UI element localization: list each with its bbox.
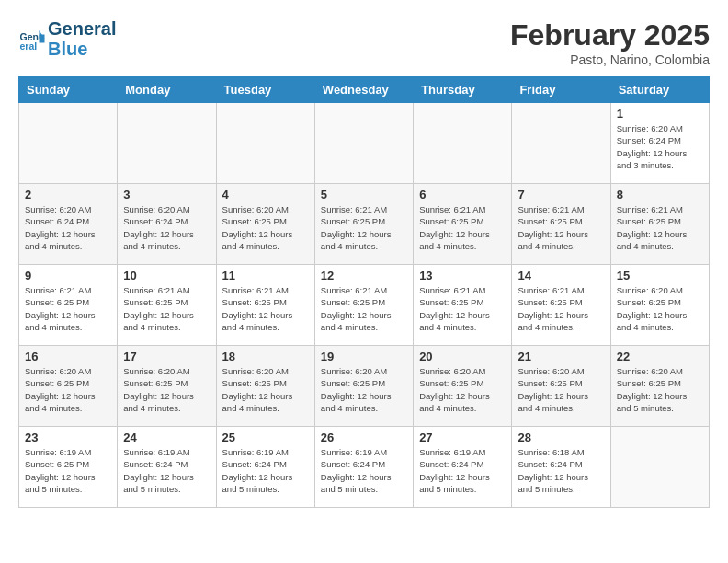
day-info: Sunrise: 6:20 AM Sunset: 6:25 PM Dayligh… bbox=[617, 284, 703, 333]
day-number: 17 bbox=[123, 350, 210, 363]
day-info: Sunrise: 6:19 AM Sunset: 6:25 PM Dayligh… bbox=[25, 446, 111, 495]
logo-line2: Blue bbox=[48, 39, 116, 59]
day-number: 27 bbox=[419, 431, 506, 444]
weekday-header-thursday: Thursday bbox=[414, 77, 512, 103]
calendar-cell bbox=[610, 427, 709, 508]
day-number: 5 bbox=[321, 188, 407, 201]
day-number: 2 bbox=[25, 188, 111, 201]
calendar-cell: 9Sunrise: 6:21 AM Sunset: 6:25 PM Daylig… bbox=[19, 265, 118, 346]
day-number: 26 bbox=[321, 431, 407, 444]
calendar-table: SundayMondayTuesdayWednesdayThursdayFrid… bbox=[18, 76, 710, 508]
calendar-week-1: 1Sunrise: 6:20 AM Sunset: 6:24 PM Daylig… bbox=[19, 103, 710, 184]
day-info: Sunrise: 6:21 AM Sunset: 6:25 PM Dayligh… bbox=[321, 203, 407, 252]
calendar-cell: 1Sunrise: 6:20 AM Sunset: 6:24 PM Daylig… bbox=[610, 103, 709, 184]
calendar-cell: 8Sunrise: 6:21 AM Sunset: 6:25 PM Daylig… bbox=[610, 184, 709, 265]
day-info: Sunrise: 6:20 AM Sunset: 6:25 PM Dayligh… bbox=[617, 365, 703, 414]
day-info: Sunrise: 6:19 AM Sunset: 6:24 PM Dayligh… bbox=[123, 446, 210, 495]
calendar-cell bbox=[414, 103, 512, 184]
day-number: 28 bbox=[518, 431, 604, 444]
day-info: Sunrise: 6:21 AM Sunset: 6:25 PM Dayligh… bbox=[518, 203, 604, 252]
day-info: Sunrise: 6:20 AM Sunset: 6:25 PM Dayligh… bbox=[25, 365, 111, 414]
weekday-header-monday: Monday bbox=[118, 77, 216, 103]
calendar-cell: 26Sunrise: 6:19 AM Sunset: 6:24 PM Dayli… bbox=[314, 427, 413, 508]
day-number: 25 bbox=[222, 431, 309, 444]
day-number: 8 bbox=[617, 188, 703, 201]
calendar-cell bbox=[19, 103, 118, 184]
calendar-cell: 27Sunrise: 6:19 AM Sunset: 6:24 PM Dayli… bbox=[414, 427, 512, 508]
day-info: Sunrise: 6:20 AM Sunset: 6:25 PM Dayligh… bbox=[321, 365, 407, 414]
calendar-cell: 7Sunrise: 6:21 AM Sunset: 6:25 PM Daylig… bbox=[512, 184, 610, 265]
weekday-header-friday: Friday bbox=[512, 77, 610, 103]
day-info: Sunrise: 6:21 AM Sunset: 6:25 PM Dayligh… bbox=[321, 284, 407, 333]
day-number: 14 bbox=[518, 269, 604, 282]
calendar-week-2: 2Sunrise: 6:20 AM Sunset: 6:24 PM Daylig… bbox=[19, 184, 710, 265]
weekday-header-saturday: Saturday bbox=[610, 77, 709, 103]
calendar-header: SundayMondayTuesdayWednesdayThursdayFrid… bbox=[19, 77, 710, 103]
calendar-cell: 17Sunrise: 6:20 AM Sunset: 6:25 PM Dayli… bbox=[118, 346, 216, 427]
day-number: 16 bbox=[25, 350, 111, 363]
calendar-cell bbox=[314, 103, 413, 184]
calendar-cell bbox=[118, 103, 216, 184]
day-number: 15 bbox=[617, 269, 703, 282]
day-info: Sunrise: 6:19 AM Sunset: 6:24 PM Dayligh… bbox=[419, 446, 506, 495]
day-number: 10 bbox=[123, 269, 210, 282]
day-info: Sunrise: 6:20 AM Sunset: 6:25 PM Dayligh… bbox=[222, 365, 309, 414]
day-number: 18 bbox=[222, 350, 309, 363]
day-number: 20 bbox=[419, 350, 506, 363]
calendar-cell: 28Sunrise: 6:18 AM Sunset: 6:24 PM Dayli… bbox=[512, 427, 610, 508]
calendar-cell: 15Sunrise: 6:20 AM Sunset: 6:25 PM Dayli… bbox=[610, 265, 709, 346]
day-info: Sunrise: 6:21 AM Sunset: 6:25 PM Dayligh… bbox=[222, 284, 309, 333]
calendar-body: 1Sunrise: 6:20 AM Sunset: 6:24 PM Daylig… bbox=[19, 103, 710, 508]
calendar-cell: 2Sunrise: 6:20 AM Sunset: 6:24 PM Daylig… bbox=[19, 184, 118, 265]
day-number: 6 bbox=[419, 188, 506, 201]
day-number: 4 bbox=[222, 188, 309, 201]
day-info: Sunrise: 6:20 AM Sunset: 6:24 PM Dayligh… bbox=[617, 122, 703, 171]
calendar-week-5: 23Sunrise: 6:19 AM Sunset: 6:25 PM Dayli… bbox=[19, 427, 710, 508]
calendar-cell: 25Sunrise: 6:19 AM Sunset: 6:24 PM Dayli… bbox=[216, 427, 314, 508]
calendar-cell: 14Sunrise: 6:21 AM Sunset: 6:25 PM Dayli… bbox=[512, 265, 610, 346]
day-info: Sunrise: 6:20 AM Sunset: 6:24 PM Dayligh… bbox=[25, 203, 111, 252]
day-info: Sunrise: 6:21 AM Sunset: 6:25 PM Dayligh… bbox=[25, 284, 111, 333]
day-info: Sunrise: 6:18 AM Sunset: 6:24 PM Dayligh… bbox=[518, 446, 604, 495]
calendar-cell: 16Sunrise: 6:20 AM Sunset: 6:25 PM Dayli… bbox=[19, 346, 118, 427]
calendar-week-3: 9Sunrise: 6:21 AM Sunset: 6:25 PM Daylig… bbox=[19, 265, 710, 346]
day-info: Sunrise: 6:19 AM Sunset: 6:24 PM Dayligh… bbox=[321, 446, 407, 495]
calendar-cell: 3Sunrise: 6:20 AM Sunset: 6:24 PM Daylig… bbox=[118, 184, 216, 265]
calendar-cell: 11Sunrise: 6:21 AM Sunset: 6:25 PM Dayli… bbox=[216, 265, 314, 346]
day-number: 7 bbox=[518, 188, 604, 201]
page-header: Gen eral General Blue February 2025 Past… bbox=[18, 18, 710, 67]
calendar-cell: 22Sunrise: 6:20 AM Sunset: 6:25 PM Dayli… bbox=[610, 346, 709, 427]
day-number: 21 bbox=[518, 350, 604, 363]
calendar-cell: 21Sunrise: 6:20 AM Sunset: 6:25 PM Dayli… bbox=[512, 346, 610, 427]
day-number: 1 bbox=[617, 107, 703, 121]
calendar-cell: 18Sunrise: 6:20 AM Sunset: 6:25 PM Dayli… bbox=[216, 346, 314, 427]
day-number: 23 bbox=[25, 431, 111, 444]
calendar-cell: 6Sunrise: 6:21 AM Sunset: 6:25 PM Daylig… bbox=[414, 184, 512, 265]
weekday-header-tuesday: Tuesday bbox=[216, 77, 314, 103]
day-number: 11 bbox=[222, 269, 309, 282]
logo-line1: General bbox=[48, 18, 116, 39]
day-info: Sunrise: 6:19 AM Sunset: 6:24 PM Dayligh… bbox=[222, 446, 309, 495]
calendar-cell: 19Sunrise: 6:20 AM Sunset: 6:25 PM Dayli… bbox=[314, 346, 413, 427]
day-info: Sunrise: 6:20 AM Sunset: 6:25 PM Dayligh… bbox=[518, 365, 604, 414]
day-info: Sunrise: 6:21 AM Sunset: 6:25 PM Dayligh… bbox=[419, 284, 506, 333]
day-number: 12 bbox=[321, 269, 407, 282]
calendar-cell: 23Sunrise: 6:19 AM Sunset: 6:25 PM Dayli… bbox=[19, 427, 118, 508]
day-number: 13 bbox=[419, 269, 506, 282]
day-info: Sunrise: 6:20 AM Sunset: 6:25 PM Dayligh… bbox=[419, 365, 506, 414]
calendar-cell bbox=[216, 103, 314, 184]
weekday-header-sunday: Sunday bbox=[19, 77, 118, 103]
day-info: Sunrise: 6:21 AM Sunset: 6:25 PM Dayligh… bbox=[123, 284, 210, 333]
calendar-cell: 5Sunrise: 6:21 AM Sunset: 6:25 PM Daylig… bbox=[314, 184, 413, 265]
day-number: 3 bbox=[123, 188, 210, 201]
location-title: Pasto, Narino, Colombia bbox=[510, 52, 710, 67]
day-number: 19 bbox=[321, 350, 407, 363]
day-info: Sunrise: 6:21 AM Sunset: 6:25 PM Dayligh… bbox=[419, 203, 506, 252]
day-number: 9 bbox=[25, 269, 111, 282]
calendar-cell: 12Sunrise: 6:21 AM Sunset: 6:25 PM Dayli… bbox=[314, 265, 413, 346]
weekday-header-row: SundayMondayTuesdayWednesdayThursdayFrid… bbox=[19, 77, 710, 103]
title-section: February 2025 Pasto, Narino, Colombia bbox=[510, 18, 710, 67]
calendar-cell: 24Sunrise: 6:19 AM Sunset: 6:24 PM Dayli… bbox=[118, 427, 216, 508]
day-info: Sunrise: 6:21 AM Sunset: 6:25 PM Dayligh… bbox=[617, 203, 703, 252]
logo-icon: Gen eral bbox=[18, 25, 46, 52]
